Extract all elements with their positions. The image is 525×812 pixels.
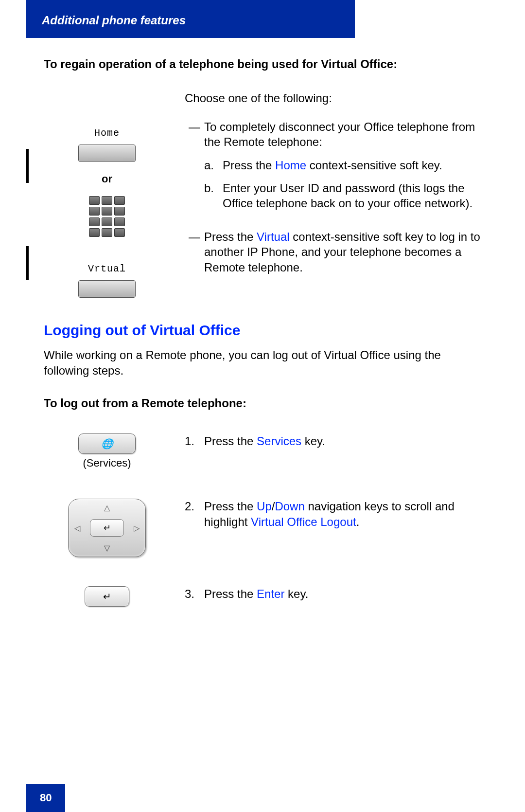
softkey-illustration: Home or Vrtual: [44, 90, 170, 298]
bullet-virtual: — Press the Virtual context-sensitive so…: [185, 229, 481, 275]
services-key-icon: 🌐: [78, 433, 136, 454]
enter-key-icon: ↵: [85, 586, 129, 607]
step-b: b. Enter your User ID and password (this…: [185, 180, 481, 211]
virtual-softkey-icon: [78, 280, 136, 298]
logout-paragraph: While working on a Remote phone, you can…: [44, 347, 481, 379]
step-3-row: ↵ 3. Press the Enter key.: [44, 586, 481, 607]
change-bar: [26, 149, 29, 183]
services-caption: (Services): [83, 457, 131, 469]
bullet-disconnect: — To completely disconnect your Office t…: [185, 119, 481, 149]
step-a: a. Press the Home context-sensitive soft…: [185, 158, 481, 173]
or-label: or: [102, 173, 112, 185]
step-2-row: △ ▽ ◁ ▷ ↵ 2. Press the Up/Down navigatio…: [44, 499, 481, 557]
logout-subtitle: To log out from a Remote telephone:: [44, 397, 481, 410]
navpad-icon: △ ▽ ◁ ▷ ↵: [68, 499, 146, 557]
keypad-icon: [89, 196, 125, 237]
home-softkey-label: Home: [94, 127, 120, 139]
home-softkey-icon: [78, 144, 136, 162]
change-bar: [26, 246, 29, 280]
section-title: To regain operation of a telephone being…: [44, 57, 481, 71]
heading-logout: Logging out of Virtual Office: [44, 322, 481, 339]
page-number: 80: [26, 784, 65, 812]
step-1-row: 🌐 (Services) 1. Press the Services key.: [44, 433, 481, 469]
choose-line: Choose one of the following:: [185, 90, 481, 106]
page-header: Additional phone features: [26, 0, 355, 38]
virtual-softkey-label: Vrtual: [88, 263, 126, 274]
